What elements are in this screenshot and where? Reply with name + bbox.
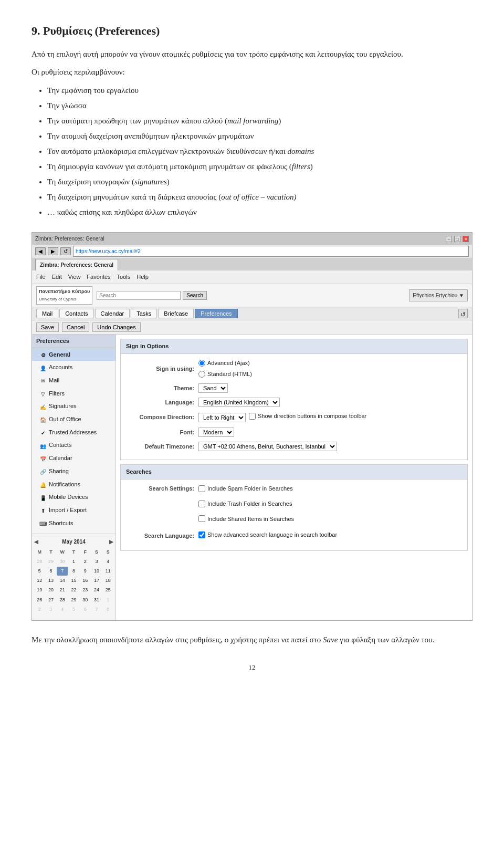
language-select[interactable]: English (United Kingdom) <box>198 398 280 407</box>
nav-tasks[interactable]: Tasks <box>131 309 157 318</box>
cal-prev-btn[interactable]: ◀ <box>34 537 38 546</box>
sidebar-item-general[interactable]: ⚙ General <box>32 348 116 361</box>
compose-direction-select[interactable]: Left to Right <box>198 413 246 422</box>
sidebar-item-signatures[interactable]: ✍ Signatures <box>32 400 116 413</box>
cal-day[interactable]: 8 <box>68 567 79 576</box>
browser-tab[interactable]: Zimbra: Preferences: General <box>35 259 118 270</box>
save-button[interactable]: Save <box>36 322 59 332</box>
timezone-select[interactable]: GMT +02:00 Athens, Beirut, Bucharest, Is… <box>198 442 337 451</box>
show-advanced-search-checkbox[interactable] <box>198 531 205 538</box>
nav-preferences[interactable]: Preferences <box>195 309 237 318</box>
url-field[interactable]: https://new.ucy.ac.cy/mail#2 <box>73 246 469 257</box>
sidebar-item-contacts[interactable]: 👥 Contacts <box>32 439 116 452</box>
include-trash-checkbox[interactable] <box>198 501 205 507</box>
close-button[interactable]: ✕ <box>463 236 469 242</box>
cancel-button[interactable]: Cancel <box>62 322 89 332</box>
sidebar-item-filters[interactable]: ▽ Filters <box>32 387 116 400</box>
menu-help[interactable]: Help <box>136 272 149 282</box>
cal-day[interactable]: 5 <box>68 605 79 614</box>
forward-button[interactable]: ▶ <box>48 247 58 255</box>
cal-day[interactable]: 17 <box>91 576 102 585</box>
cal-day[interactable]: 8 <box>102 605 113 614</box>
cal-day[interactable]: 2 <box>80 557 91 566</box>
menu-tools[interactable]: Tools <box>117 272 131 282</box>
cal-day[interactable]: 27 <box>46 596 57 605</box>
menu-file[interactable]: File <box>36 272 46 282</box>
cal-day[interactable]: 4 <box>57 605 68 614</box>
cal-day[interactable]: 6 <box>46 567 57 576</box>
cal-day[interactable]: 3 <box>91 557 102 566</box>
cal-day[interactable]: 1 <box>102 596 113 605</box>
sidebar-item-notifications[interactable]: 🔔 Notifications <box>32 478 116 491</box>
radio-advanced[interactable]: Advanced (Ajax) <box>198 358 252 368</box>
minimize-button[interactable]: – <box>446 236 452 242</box>
show-advanced-search-label[interactable]: Show advanced search language in search … <box>198 530 337 540</box>
cal-day[interactable]: 3 <box>46 605 57 614</box>
cal-day[interactable]: 22 <box>68 586 79 595</box>
cal-day[interactable]: 21 <box>57 586 68 595</box>
refresh-button[interactable]: ↺ <box>60 247 71 255</box>
cal-day[interactable]: 25 <box>102 586 113 595</box>
show-direction-checkbox[interactable] <box>249 413 256 420</box>
cal-day[interactable]: 24 <box>91 586 102 595</box>
include-trash-label[interactable]: Include Trash Folder in Searches <box>198 499 292 509</box>
sidebar-item-calendar[interactable]: 📅 Calendar <box>32 452 116 465</box>
sidebar-item-sharing[interactable]: 🔗 Sharing <box>32 465 116 478</box>
cal-day[interactable]: 29 <box>46 557 57 566</box>
theme-select[interactable]: Sand <box>198 383 228 393</box>
include-spam-label[interactable]: Include Spam Folder in Searches <box>198 484 293 494</box>
nav-calendar[interactable]: Calendar <box>95 309 130 318</box>
cal-day[interactable]: 2 <box>34 605 45 614</box>
cal-day[interactable]: 6 <box>80 605 91 614</box>
cal-next-btn[interactable]: ▶ <box>109 537 113 546</box>
cal-day[interactable]: 30 <box>57 557 68 566</box>
search-input[interactable] <box>97 291 181 300</box>
cal-day[interactable]: 7 <box>91 605 102 614</box>
refresh-icon[interactable]: ↺ <box>458 309 468 318</box>
menu-view[interactable]: View <box>68 272 81 282</box>
cal-day[interactable]: 28 <box>34 557 45 566</box>
cal-day[interactable]: 29 <box>68 596 79 605</box>
cal-day[interactable]: 13 <box>46 576 57 585</box>
undo-changes-button[interactable]: Undo Changes <box>92 322 140 332</box>
sidebar-item-out-of-office[interactable]: 🏠 Out of Office <box>32 413 116 426</box>
cal-day[interactable]: 12 <box>34 576 45 585</box>
cal-day[interactable]: 15 <box>68 576 79 585</box>
nav-contacts[interactable]: Contacts <box>59 309 93 318</box>
nav-briefcase[interactable]: Briefcase <box>158 309 194 318</box>
sidebar-item-trusted-addresses[interactable]: ✔ Trusted Addresses <box>32 426 116 439</box>
nav-mail[interactable]: Mail <box>36 309 58 318</box>
radio-standard[interactable]: Standard (HTML) <box>198 369 252 379</box>
cal-day[interactable]: 23 <box>80 586 91 595</box>
menu-favorites[interactable]: Favorites <box>87 272 110 282</box>
user-menu[interactable]: Eftychios Ertychiou ▼ <box>409 289 468 301</box>
sidebar-item-mobile-devices[interactable]: 📱 Mobile Devices <box>32 491 116 504</box>
sidebar-item-import-export[interactable]: ⬆ Import / Export <box>32 504 116 517</box>
include-spam-checkbox[interactable] <box>198 485 205 492</box>
font-select[interactable]: Modern <box>198 428 234 437</box>
cal-day[interactable]: 11 <box>102 567 113 576</box>
search-button[interactable]: Search <box>183 291 207 300</box>
cal-day[interactable]: 19 <box>34 586 45 595</box>
sidebar-item-mail[interactable]: ✉ Mail <box>32 374 116 387</box>
cal-day[interactable]: 1 <box>68 557 79 566</box>
menu-edit[interactable]: Edit <box>52 272 62 282</box>
radio-standard-input[interactable] <box>198 371 205 378</box>
radio-advanced-input[interactable] <box>198 360 205 367</box>
cal-day[interactable]: 4 <box>102 557 113 566</box>
sidebar-item-accounts[interactable]: 👤 Accounts <box>32 361 116 374</box>
cal-day[interactable]: 18 <box>102 576 113 585</box>
cal-day-today[interactable]: 7 <box>57 567 68 576</box>
cal-day[interactable]: 10 <box>91 567 102 576</box>
cal-day[interactable]: 28 <box>57 596 68 605</box>
sidebar-item-shortcuts[interactable]: ⌨ Shortcuts <box>32 517 116 530</box>
maximize-button[interactable]: □ <box>454 236 460 242</box>
cal-day[interactable]: 30 <box>80 596 91 605</box>
cal-day[interactable]: 16 <box>80 576 91 585</box>
include-shared-checkbox[interactable] <box>198 515 205 522</box>
cal-day[interactable]: 9 <box>80 567 91 576</box>
back-button[interactable]: ◀ <box>35 247 46 255</box>
cal-day[interactable]: 14 <box>57 576 68 585</box>
include-shared-label[interactable]: Include Shared Items in Searches <box>198 514 294 524</box>
cal-day[interactable]: 20 <box>46 586 57 595</box>
